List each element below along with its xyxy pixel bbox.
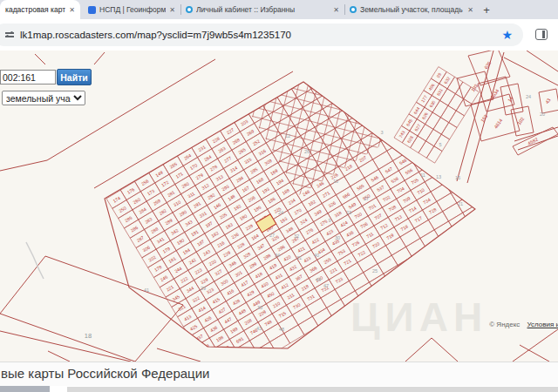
parcel-number: 566: [342, 192, 351, 200]
parcel-cell: [449, 111, 465, 127]
parcel-number: 414: [197, 305, 207, 314]
parcel-number: 565: [356, 183, 365, 192]
parcel-number: 327: [214, 268, 223, 277]
parcel-number: 197: [204, 220, 214, 229]
close-icon[interactable]: ✕: [69, 6, 75, 14]
parcel-number: 415: [212, 296, 221, 305]
close-icon[interactable]: ✕: [467, 6, 473, 14]
parcel-number: 346: [228, 260, 238, 268]
bookmark-star-icon[interactable]: ★: [501, 28, 513, 42]
parcel-number: 206: [247, 194, 256, 203]
parcel-number: 432: [289, 264, 298, 273]
parcel-number: 102: [516, 116, 525, 125]
close-icon[interactable]: ✕: [169, 6, 175, 14]
map-line: [94, 71, 293, 188]
parcel-number: 626: [420, 112, 429, 120]
terms-link[interactable]: Условия ис: [527, 321, 558, 328]
site-favicon: [186, 6, 193, 13]
parcel-number: 779: [221, 344, 230, 353]
parcel-number: 211: [286, 292, 295, 300]
parcel-number: 280: [180, 181, 190, 190]
parcel-number: 47: [323, 283, 329, 288]
parcel-number: 13: [436, 174, 441, 179]
parcel-cell: [426, 240, 446, 258]
object-type-select[interactable]: земельный участок: [2, 91, 85, 105]
parcel-number: 231: [197, 144, 207, 152]
parcel-number: 192: [233, 203, 242, 212]
parcel-cell: [305, 71, 325, 89]
parcel-cell: [440, 231, 460, 249]
parcel-number: 284: [138, 206, 147, 215]
tab-title: кадастровая карта: [5, 5, 65, 14]
parcel-cell: [375, 123, 395, 141]
parcel-number: 172: [160, 179, 170, 188]
parcel-number: 148: [227, 193, 236, 202]
parcel-number: 265: [169, 161, 179, 170]
parcel-number: 712: [379, 222, 389, 231]
tab-personal-cabinet[interactable]: Личный кабинет :: Избранны ✕: [180, 0, 344, 19]
parcel-number: 243: [202, 248, 212, 257]
close-icon[interactable]: ✕: [333, 6, 339, 14]
address-bar[interactable]: lk1map.roscadasters.com/map?ysclid=m7j9w…: [0, 24, 523, 46]
map-line: [26, 242, 44, 279]
parcel-cell: [364, 103, 384, 121]
parcel-number: 329: [200, 277, 209, 286]
parcel-number: 293: [221, 184, 230, 193]
tab-cadastral-map[interactable]: кадастровая карта ✕: [0, 0, 80, 19]
parcel-number: 268: [231, 137, 241, 145]
map-line: [504, 57, 558, 85]
parcel-number: 170: [189, 162, 199, 171]
parcel-number: 228: [236, 241, 246, 250]
parcel-number: 429: [246, 289, 255, 298]
parcel-number: 324: [299, 217, 309, 226]
yandex-copyright: © Яндекс: [489, 321, 520, 328]
tab-land-parcel[interactable]: Земельный участок, площадь ✕: [344, 0, 479, 19]
parcel-number: 711: [365, 231, 374, 239]
parcel-number: 310: [173, 199, 182, 208]
tab-title: Личный кабинет :: Избранны: [196, 5, 330, 14]
parcel-cell: [339, 64, 359, 82]
parcel-number: 220: [208, 259, 217, 267]
find-button[interactable]: Найти: [57, 69, 92, 85]
parcel-number: 631: [435, 87, 444, 96]
parcel-number: 433: [303, 255, 312, 264]
parcel-cell: [351, 84, 371, 102]
parcel-number: 176: [126, 186, 136, 195]
parcel-number: 27: [269, 233, 275, 238]
parcel-number: 715: [278, 310, 288, 319]
parcel-number: 719: [385, 233, 395, 241]
parcel-number: 164: [250, 233, 260, 241]
selected-parcel[interactable]: [256, 214, 276, 233]
site-info-icon[interactable]: [5, 30, 14, 39]
parcel-number: 99: [435, 71, 442, 78]
parcel-number: 753: [337, 248, 346, 257]
parcel-cell: [334, 54, 354, 72]
parcel-number: 296: [276, 244, 286, 253]
parcel-number: 286: [130, 225, 140, 233]
browser-toolbar: lk1map.roscadasters.com/map?ysclid=m7j9w…: [0, 19, 558, 51]
parcel-cell: [391, 86, 412, 105]
parcel-number: 496: [427, 83, 436, 91]
parcel-number: 547: [384, 166, 394, 174]
parcel-number: 242: [187, 257, 197, 266]
parcel-number: 209: [258, 309, 268, 318]
url-text[interactable]: lk1map.roscadasters.com/map?ysclid=m7j9w…: [20, 30, 501, 40]
parcel-number: 537: [376, 185, 385, 193]
cadastral-number-input[interactable]: [0, 70, 56, 84]
parcel-number: 294: [235, 175, 245, 184]
parcel-number: 312: [201, 182, 210, 191]
parcel-number: 270: [293, 207, 303, 216]
parcel-number: 227: [226, 127, 235, 136]
parcel-cell: [357, 93, 378, 112]
parcel-number: 316: [257, 148, 267, 157]
parcel-cell: [325, 72, 345, 91]
map-line: [94, 52, 105, 64]
map-line: [35, 54, 45, 64]
parcel-number: 12: [285, 133, 290, 139]
nspd-favicon: [88, 6, 96, 14]
site-favicon: [350, 6, 357, 13]
new-tab-button[interactable]: +: [479, 0, 494, 19]
parcel-number: 183: [224, 221, 234, 230]
tab-nspd[interactable]: НСПД | Геоинформационный ✕: [83, 0, 180, 19]
side-panel-icon[interactable]: [535, 29, 548, 40]
